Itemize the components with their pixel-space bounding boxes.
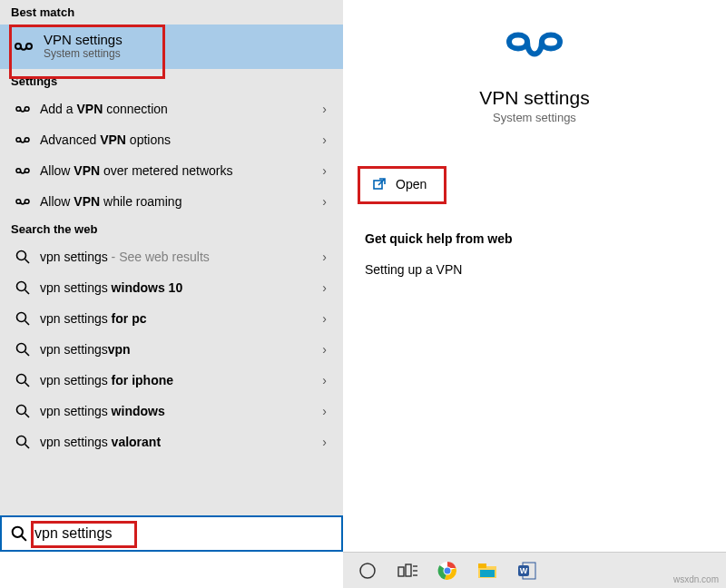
- watermark: wsxdn.com: [673, 574, 719, 584]
- search-icon: [11, 250, 34, 264]
- svg-point-17: [360, 564, 375, 578]
- chevron-right-icon[interactable]: ›: [322, 280, 332, 295]
- open-external-icon: [372, 177, 387, 191]
- settings-item[interactable]: Allow VPN while roaming ›: [0, 186, 343, 217]
- search-input[interactable]: vpn settings: [0, 515, 343, 552]
- search-icon: [11, 342, 34, 357]
- web-item-label: vpn settings for pc: [40, 311, 322, 326]
- svg-point-2: [17, 282, 26, 291]
- vpn-icon: [11, 38, 36, 54]
- vpn-icon-large: [502, 24, 567, 71]
- section-best-match: Best match: [0, 0, 343, 24]
- vpn-icon: [11, 164, 34, 177]
- open-label: Open: [396, 177, 427, 191]
- svg-line-15: [22, 536, 26, 541]
- web-item[interactable]: vpn settings for pc ›: [0, 303, 343, 334]
- svg-rect-28: [480, 570, 495, 577]
- chevron-right-icon[interactable]: ›: [322, 194, 332, 209]
- svg-point-25: [445, 567, 451, 573]
- web-item[interactable]: vpn settings valorant ›: [0, 426, 343, 457]
- best-match-item[interactable]: VPN settings System settings: [0, 24, 343, 69]
- open-button[interactable]: Open: [365, 172, 704, 197]
- svg-point-6: [17, 344, 26, 353]
- search-icon: [11, 311, 34, 326]
- task-view-icon[interactable]: [396, 559, 419, 583]
- svg-point-14: [13, 527, 23, 537]
- settings-item-label: Allow VPN while roaming: [40, 194, 322, 209]
- svg-rect-27: [478, 564, 486, 568]
- svg-line-1: [25, 260, 30, 264]
- best-match-title: VPN settings: [44, 32, 123, 47]
- help-link[interactable]: Setting up a VPN: [365, 262, 704, 277]
- vpn-icon: [11, 103, 34, 115]
- best-match-subtitle: System settings: [44, 47, 123, 60]
- svg-point-4: [17, 313, 26, 322]
- web-item-label: vpn settings valorant: [40, 435, 322, 449]
- search-query-text: vpn settings: [34, 525, 112, 542]
- vpn-icon: [11, 133, 34, 146]
- chrome-icon[interactable]: [436, 559, 459, 583]
- web-item[interactable]: vpn settings for iphone ›: [0, 365, 343, 396]
- web-item-label: vpn settings windows 10: [40, 280, 322, 295]
- file-explorer-icon[interactable]: [476, 559, 499, 583]
- svg-rect-19: [406, 564, 411, 576]
- svg-line-11: [25, 414, 30, 418]
- svg-point-10: [17, 406, 26, 415]
- svg-point-0: [17, 251, 26, 260]
- search-icon: [11, 435, 34, 449]
- chevron-right-icon[interactable]: ›: [322, 132, 332, 147]
- svg-line-9: [25, 383, 30, 387]
- web-item[interactable]: vpn settings windows ›: [0, 396, 343, 426]
- search-icon: [11, 373, 34, 387]
- section-web: Search the web: [0, 217, 343, 241]
- vpn-icon: [11, 195, 34, 208]
- web-item-label: vpn settingsvpn: [40, 342, 322, 357]
- search-results-pane: Best match VPN settings System settings …: [0, 0, 343, 552]
- search-icon: [11, 404, 34, 418]
- preview-pane: VPN settings System settings Open Get qu…: [343, 0, 726, 552]
- web-item[interactable]: vpn settingsvpn ›: [0, 334, 343, 365]
- chevron-right-icon[interactable]: ›: [322, 163, 332, 178]
- chevron-right-icon[interactable]: ›: [322, 311, 332, 326]
- settings-item-label: Add a VPN connection: [40, 102, 322, 116]
- chevron-right-icon[interactable]: ›: [322, 435, 332, 449]
- search-icon: [11, 280, 34, 295]
- web-item[interactable]: vpn settings windows 10 ›: [0, 272, 343, 303]
- settings-item[interactable]: Advanced VPN options ›: [0, 124, 343, 155]
- chevron-right-icon[interactable]: ›: [322, 404, 332, 418]
- svg-point-8: [17, 375, 26, 384]
- svg-line-3: [25, 290, 30, 295]
- web-item-label: vpn settings - See web results: [40, 250, 322, 264]
- settings-item-label: Allow VPN over metered networks: [40, 163, 322, 178]
- chevron-right-icon[interactable]: ›: [322, 342, 332, 357]
- preview-title: VPN settings: [479, 87, 589, 109]
- svg-line-7: [25, 352, 30, 357]
- svg-line-13: [25, 445, 30, 449]
- web-item-label: vpn settings for iphone: [40, 373, 322, 387]
- search-icon: [11, 525, 27, 542]
- chevron-right-icon[interactable]: ›: [322, 250, 332, 264]
- chevron-right-icon[interactable]: ›: [322, 102, 332, 116]
- help-header: Get quick help from web: [365, 231, 704, 246]
- word-icon[interactable]: W: [515, 559, 539, 583]
- web-item[interactable]: vpn settings - See web results ›: [0, 241, 343, 272]
- svg-rect-18: [398, 567, 404, 576]
- chevron-right-icon[interactable]: ›: [322, 373, 332, 387]
- cortana-icon[interactable]: [356, 559, 379, 583]
- taskbar: W: [343, 552, 726, 588]
- web-item-label: vpn settings windows: [40, 404, 322, 418]
- svg-text:W: W: [520, 566, 528, 575]
- settings-item[interactable]: Add a VPN connection ›: [0, 93, 343, 124]
- svg-point-12: [17, 436, 26, 446]
- section-settings: Settings: [0, 69, 343, 93]
- settings-item-label: Advanced VPN options: [40, 132, 322, 147]
- settings-item[interactable]: Allow VPN over metered networks ›: [0, 155, 343, 186]
- svg-line-5: [25, 321, 30, 326]
- preview-subtitle: System settings: [493, 111, 576, 124]
